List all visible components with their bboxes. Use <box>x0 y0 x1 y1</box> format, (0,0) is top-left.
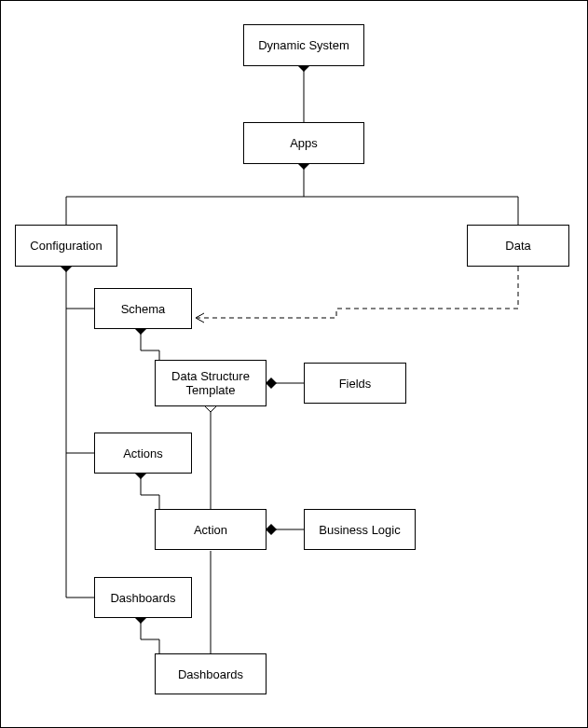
node-actions: Actions <box>94 433 192 474</box>
node-label: Schema <box>121 302 166 316</box>
node-label: Data <box>505 239 530 253</box>
node-label: Dashboards <box>178 667 243 681</box>
node-action: Action <box>155 509 267 550</box>
node-label: Action <box>194 523 227 537</box>
node-data-structure-template: Data Structure Template <box>155 360 267 406</box>
node-label: Configuration <box>30 239 102 253</box>
diagram-container: Dynamic System Apps Configuration Data S… <box>0 0 588 728</box>
node-label: Apps <box>290 136 318 150</box>
node-configuration: Configuration <box>15 225 117 267</box>
node-fields: Fields <box>304 363 406 404</box>
node-label: Fields <box>339 377 372 391</box>
node-business-logic: Business Logic <box>304 509 416 550</box>
node-label: Dynamic System <box>258 38 349 52</box>
node-dashboards-item: Dashboards <box>155 653 267 694</box>
node-label: Business Logic <box>319 523 400 537</box>
node-label: Dashboards <box>110 591 175 605</box>
connectors-layer <box>1 1 588 728</box>
node-dynamic-system: Dynamic System <box>243 24 364 66</box>
node-label: Actions <box>123 446 163 460</box>
node-data: Data <box>467 225 569 267</box>
node-label: Data Structure Template <box>171 369 250 397</box>
node-apps: Apps <box>243 122 364 164</box>
node-dashboards-group: Dashboards <box>94 577 192 618</box>
node-schema: Schema <box>94 288 192 329</box>
